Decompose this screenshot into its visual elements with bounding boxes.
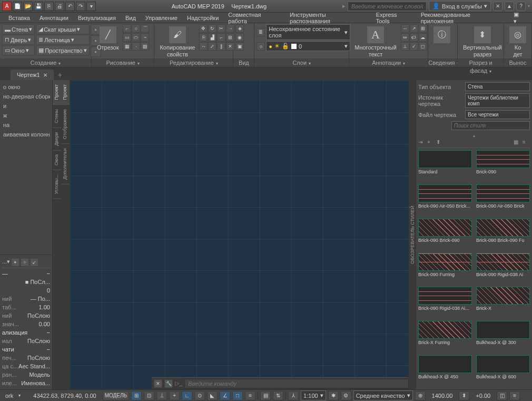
annoscale-btn[interactable]: ⅄ [288,391,299,400]
exchange-button[interactable]: ✕ [493,2,503,11]
layerprops-btn[interactable]: ≣ [257,28,265,36]
app-menu-button[interactable]: A [2,2,12,11]
stretch-btn[interactable]: ↔ [199,42,208,51]
cycle-toggle[interactable]: ⇅ [273,391,283,400]
lwt-toggle[interactable]: ≡ [245,391,255,400]
view-grid-btn[interactable]: ▦ [514,139,521,146]
offset-btn[interactable]: ‖ [217,42,225,51]
view1-btn[interactable]: ◈ [235,24,244,33]
move-btn[interactable]: ✥ [199,24,208,33]
region-btn[interactable]: ▨ [141,42,149,51]
style-item[interactable]: Bulkhead-X @ 450 [418,355,472,387]
style-item[interactable]: Brick-090 Air-050 Brick... [418,184,472,217]
file-tab-active[interactable]: Чертеж1 ✕ [11,70,54,80]
style-item[interactable]: Brick-X [476,287,530,319]
layerstate-combo[interactable]: Несохраненное состояние слоя▾ [266,24,350,40]
elev-value[interactable]: +0.00 [471,393,495,399]
trans-toggle[interactable]: ▤ [260,391,271,400]
close-icon[interactable]: ✕ [43,72,47,78]
mirror-btn[interactable]: ▟ [208,33,216,42]
src-field[interactable]: Чертежи библиотеки комп [465,93,530,108]
qat-save[interactable]: 💾 [34,2,43,11]
ortho-toggle[interactable]: ∟ [182,391,192,400]
cmd-tool1[interactable]: ✕ [154,379,162,388]
snap-toggle[interactable]: ⊡ [144,391,154,400]
tp-item[interactable]: на [2,120,50,130]
style-item[interactable]: Brick-090 Brick-090 Fu [476,219,530,251]
cmd-tool2[interactable]: 🔧 [164,379,173,388]
collapse-button[interactable]: ▴ [418,133,530,138]
infer-toggle[interactable]: ⊥ [156,391,167,400]
roofslope-button[interactable]: ◢Скат крыши▾ [36,24,89,34]
callout-button[interactable]: ◎ Ко дет [506,24,529,60]
tp-item[interactable]: о окно [2,82,50,92]
dim3-btn[interactable]: ⊥ [401,42,409,51]
panel-title-section[interactable]: Разрез и фасад▾ [458,58,504,67]
add-btn[interactable]: + [427,139,435,146]
view-list-btn[interactable]: ≡ [523,139,530,146]
arc-btn[interactable]: ⌒ [141,24,149,33]
panel-title-edit[interactable]: Редактирование▾ [154,58,233,67]
model-button[interactable]: МОДЕЛЬ [103,391,129,400]
ws-toggle[interactable]: ⊕ [415,391,426,400]
stair-button[interactable]: ≣Лестница▾ [36,35,89,45]
mark-btn[interactable]: ✓ [410,42,418,51]
style-item[interactable]: Brick-090 [476,150,530,182]
tp-item[interactable]: ж [2,111,50,120]
layeriso-btn[interactable]: ☼ [257,42,265,51]
style-item[interactable]: Bulkhead-X @ 600 [476,355,530,387]
table-btn[interactable]: ⊞ [419,24,427,33]
zoom-value[interactable]: 1400.00 [428,393,457,399]
rect-btn[interactable]: ▭ [123,33,131,42]
style-item[interactable]: Brick-X Furring [418,321,472,353]
point-btn[interactable]: · [132,42,140,51]
style-item[interactable]: Brick-090 Air-050 Brick [476,184,530,217]
type-field[interactable]: Стена [465,82,530,91]
scale-combo[interactable]: 1:100▾ [301,390,326,400]
panel-title-draw[interactable]: Рисование▾ [92,58,154,67]
dyn-toggle[interactable]: + [169,391,180,400]
window-button[interactable]: ▭Окно▾ [2,45,35,55]
chevron-down-icon[interactable]: ▾ [18,393,21,398]
space-button[interactable]: ▦Пространство▾ [36,45,89,55]
custom-btn[interactable]: ≡ [509,391,520,400]
tag-btn[interactable]: 🏷 [410,33,418,42]
apply-btn[interactable]: ⬆ [436,139,444,146]
leader-btn[interactable]: ↗ [410,24,418,33]
polyline-btn[interactable]: ⌐ [123,24,131,33]
file-field[interactable]: Все чертежи [465,110,530,119]
coordinates[interactable]: 43422.63, 8729.40, 0.00 [29,393,100,399]
panel-title-callout[interactable]: Вынос [504,58,531,67]
qat-new[interactable]: 📄 [13,2,22,11]
props-combo[interactable]: ...▾ [2,258,10,267]
mtext-button[interactable]: A Многострочный текст [351,24,400,60]
side-tab-proj2[interactable]: Проект [61,80,70,105]
panel-title-create[interactable]: Создание▾ [0,58,91,67]
qat-saveas[interactable]: ⎘ [44,2,54,11]
style-browser-title[interactable]: ОБОЗРЕВАТЕЛЬ СТИЛЕЙ [409,80,416,389]
info-button[interactable]: ⓘ [430,24,454,46]
qat-open[interactable]: 📂 [23,2,33,11]
side-tab-display[interactable]: Отображение [61,105,70,144]
wall-button[interactable]: ▬Стена▾ [2,24,35,34]
style-item[interactable]: Brick-090 Rigid-038 Ai... [418,287,472,319]
dim-btn[interactable]: ↔ [401,24,409,33]
new-tab-button[interactable]: + [55,70,65,80]
cut-btn[interactable]: ◫ [497,391,507,400]
line-button[interactable]: ╱ Отрезок [94,24,122,53]
view3-btn[interactable]: ▣ [235,42,244,51]
style-item[interactable]: Standard [418,150,472,182]
panel-title-annot[interactable]: Аннотации▾ [349,58,428,67]
wipe-btn[interactable]: ◻ [419,42,427,51]
side-tab-walls[interactable]: Стены [53,105,61,128]
matchprops-button[interactable]: 🖌 Копирование свойств [156,24,198,60]
style-item[interactable]: Brick-090 Furring [418,253,472,285]
style-item[interactable]: Brick-090 Brick-090 [418,219,472,251]
style-search-input[interactable] [451,121,530,130]
tab-insert[interactable]: Вставка [4,14,34,22]
side-tab-doors[interactable]: Двери [53,128,61,151]
style-item[interactable]: Bulkhead-X @ 300 [476,321,530,353]
spline-btn[interactable]: ~ [141,33,149,42]
side-tab-corner[interactable]: Угловы... [53,170,61,199]
polar-toggle[interactable]: ⊙ [194,391,205,400]
